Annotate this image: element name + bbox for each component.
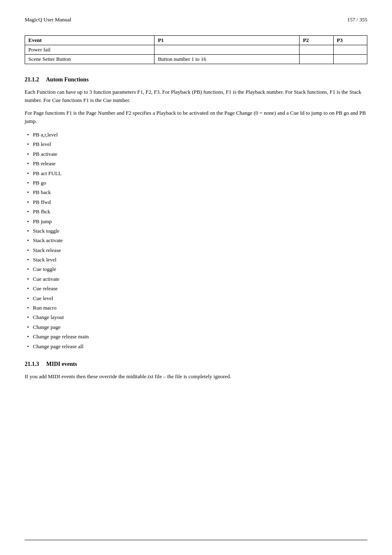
table-cell: Power fail	[25, 45, 154, 55]
list-item: Stack level	[25, 255, 367, 264]
section-213-title: MIDI events	[46, 361, 77, 367]
section-21-1-2: 21.1.2 Autom Functions Each Function can…	[25, 76, 367, 351]
section-213-para: If you add MIDI events then these overri…	[25, 372, 367, 381]
list-item: PB jump	[25, 217, 367, 226]
col-event: Event	[25, 36, 154, 45]
section-21-1-3: 21.1.3 MIDI events If you add MIDI event…	[25, 361, 367, 381]
list-item: PB release	[25, 159, 367, 168]
section-212-heading: 21.1.2 Autom Functions	[25, 76, 367, 83]
table-cell	[300, 55, 333, 64]
col-p1: P1	[154, 36, 300, 45]
page-container: MagicQ User Manual 157 / 355 Event P1 P2…	[0, 0, 392, 555]
table-header-row: Event P1 P2 P3	[25, 36, 367, 45]
col-p3: P3	[333, 36, 367, 45]
list-item: Cue level	[25, 294, 367, 303]
page-header: MagicQ User Manual 157 / 355	[25, 16, 367, 23]
list-item: Run macro	[25, 303, 367, 312]
section-212-title: Autom Functions	[46, 76, 89, 83]
header-title: MagicQ User Manual	[25, 16, 71, 23]
table-cell	[333, 45, 367, 55]
page-footer	[25, 540, 367, 543]
list-item: Stack activate	[25, 236, 367, 245]
list-item: PB a,r,level	[25, 130, 367, 139]
list-item: PB fbck	[25, 207, 367, 216]
col-p2: P2	[300, 36, 333, 45]
list-item: PB level	[25, 139, 367, 149]
list-item: Change page release all	[25, 342, 367, 351]
bullet-list: PB a,r,levelPB levelPB activatePB releas…	[25, 130, 367, 351]
header-page-number: 157 / 355	[347, 16, 367, 23]
list-item: PB go	[25, 178, 367, 187]
table-row: Power fail	[25, 45, 367, 55]
list-item: Cue toggle	[25, 264, 367, 274]
list-item: Cue activate	[25, 274, 367, 284]
list-item: Change page	[25, 322, 367, 332]
table-cell: Button number 1 to 16	[154, 55, 300, 64]
section-212-number: 21.1.2	[25, 76, 39, 83]
list-item: PB act FULL	[25, 169, 367, 178]
table-cell	[154, 45, 300, 55]
event-table: Event P1 P2 P3 Power failScene Setter Bu…	[25, 35, 367, 64]
section-213-heading: 21.1.3 MIDI events	[25, 361, 367, 368]
section-212-para2: For Page functions F1 is the Page Number…	[25, 109, 367, 125]
list-item: Stack toggle	[25, 226, 367, 236]
section-212-para1: Each Function can have up to 3 function …	[25, 88, 367, 104]
section-213-number: 21.1.3	[25, 361, 39, 367]
table-cell	[300, 45, 333, 55]
list-item: Change layout	[25, 312, 367, 322]
table-cell: Scene Setter Button	[25, 55, 154, 64]
list-item: PB activate	[25, 149, 367, 159]
list-item: Stack release	[25, 245, 367, 255]
table-row: Scene Setter ButtonButton number 1 to 16	[25, 55, 367, 64]
list-item: Change page release main	[25, 332, 367, 341]
list-item: PB back	[25, 187, 367, 197]
list-item: PB ffwd	[25, 197, 367, 207]
table-cell	[333, 55, 367, 64]
list-item: Cue release	[25, 284, 367, 293]
